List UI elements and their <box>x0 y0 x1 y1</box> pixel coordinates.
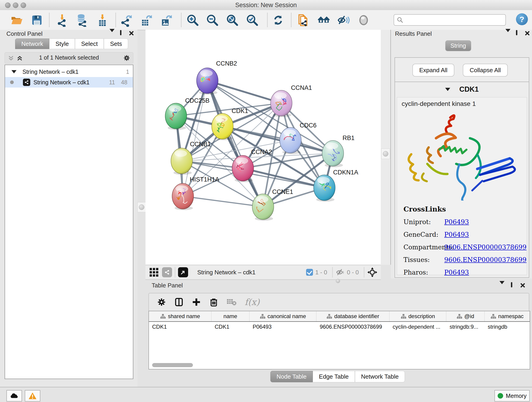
node-CCNE1[interactable]: CCNE1 <box>252 188 293 221</box>
crosslink-link[interactable]: 9606.ENSP00000378699 <box>444 256 526 264</box>
control-panel-float-button[interactable] <box>109 32 114 36</box>
zoom-fit-button[interactable] <box>225 13 239 27</box>
shared-column-icon <box>401 314 406 319</box>
refresh-button[interactable] <box>271 13 285 27</box>
table-panel-maximize-button[interactable] <box>511 283 512 287</box>
tab-select[interactable]: Select <box>75 38 104 49</box>
show-columns-icon[interactable] <box>174 297 184 307</box>
control-panel-maximize-button[interactable] <box>120 31 121 35</box>
tab-style[interactable]: Style <box>49 38 75 49</box>
crosslink-row: Pharos:P06493 <box>404 269 526 276</box>
results-panel-float-button[interactable] <box>505 32 510 36</box>
tab-node-table[interactable]: Node Table <box>270 371 313 382</box>
table-cell[interactable]: cyclin-dependent ... <box>389 324 446 330</box>
import-table-from-file-button[interactable] <box>95 13 109 27</box>
edge-HIST1H1A-CCNE1[interactable] <box>183 196 263 207</box>
open-session-button[interactable] <box>10 13 24 27</box>
search-input[interactable] <box>394 14 506 26</box>
crosslink-link[interactable]: P06493 <box>444 231 469 238</box>
show-all-button[interactable] <box>356 13 371 27</box>
tab-string[interactable]: String <box>445 40 471 51</box>
zoom-in-button[interactable] <box>186 13 200 27</box>
panel-splitter-handle[interactable] <box>381 148 390 159</box>
zoom-selected-button[interactable] <box>245 13 259 27</box>
zoom-out-button[interactable] <box>205 13 220 27</box>
node-CDKN1A[interactable]: CDKN1A <box>314 169 358 202</box>
column-header-canonical-name[interactable]: canonical name <box>249 311 317 321</box>
import-network-from-database-button[interactable] <box>75 13 89 27</box>
shared-column-icon <box>326 314 332 319</box>
panel-splitter-handle[interactable] <box>138 202 146 212</box>
node-RB1[interactable]: RB1 <box>322 134 355 167</box>
edge-CDK1-RB1[interactable] <box>222 126 333 153</box>
string-network-icon <box>23 79 30 86</box>
warnings-button[interactable] <box>25 390 40 402</box>
cloud-button[interactable] <box>6 390 22 402</box>
column-header-name[interactable]: name <box>211 311 249 321</box>
table-cell[interactable]: stringdb <box>485 324 530 330</box>
table-panel-float-button[interactable] <box>500 284 505 288</box>
crosslink-link[interactable]: P06493 <box>444 218 469 226</box>
network-row[interactable]: String Network – cdk1 11 48 <box>5 77 133 88</box>
grid-view-icon[interactable] <box>150 268 158 277</box>
column-header-database-identifier[interactable]: database identifier <box>317 311 389 321</box>
column-header-shared-name[interactable]: shared name <box>149 311 211 321</box>
selected-nodes-checkbox[interactable] <box>306 269 313 276</box>
hide-selected-button[interactable] <box>336 13 351 27</box>
table-cell[interactable]: stringdb:9... <box>446 324 485 330</box>
gene-header[interactable]: CDK1 <box>395 85 529 94</box>
gear-icon[interactable] <box>123 54 130 62</box>
export-network-button[interactable] <box>119 13 133 27</box>
network-view-toolbar: String Network – cdk1 1 - 0 0 - 0 <box>146 265 381 280</box>
network-collection-row[interactable]: String Network – cdk1 1 <box>5 66 133 77</box>
zoom-selected-icon <box>246 14 259 27</box>
gene-description: cyclin-dependent kinase 1 <box>402 100 476 108</box>
network-overview-icon[interactable] <box>162 267 172 277</box>
network-view-canvas[interactable]: CCNB2CCNA1CDC25BCDK1CDC6RB1CCNB1CCNA2CDK… <box>146 30 381 265</box>
import-network-from-file-button[interactable] <box>55 13 69 27</box>
table-cell[interactable]: CDK1 <box>149 324 211 330</box>
collapse-all-button[interactable]: Collapse All <box>463 64 508 77</box>
crosslink-link[interactable]: 9606.ENSP00000378699 <box>444 243 526 251</box>
tab-network-table[interactable]: Network Table <box>355 371 405 382</box>
tree-expand-icon[interactable] <box>12 70 17 73</box>
network-results-splitter[interactable] <box>381 30 391 265</box>
expand-all-button[interactable]: Expand All <box>412 64 454 77</box>
first-neighbors-button[interactable] <box>317 13 331 27</box>
column-header-namespac[interactable]: namespac <box>485 311 530 321</box>
table-horizontal-scrollbar[interactable] <box>152 363 193 367</box>
help-button[interactable]: ? <box>516 13 528 25</box>
crosslink-link[interactable]: P06493 <box>444 269 469 276</box>
table-row[interactable]: CDK1CDK1P064939606.ENSP00000378699cyclin… <box>149 322 530 332</box>
edge-CCNB2-CCNE1[interactable] <box>207 81 263 207</box>
table-cell[interactable]: CDK1 <box>211 324 249 330</box>
collapse-gene-icon[interactable] <box>445 88 450 91</box>
memory-button[interactable]: Memory <box>494 390 530 402</box>
export-table-button[interactable] <box>139 13 153 27</box>
table-cell[interactable]: P06493 <box>249 324 317 330</box>
tab-sets[interactable]: Sets <box>104 38 128 49</box>
table-cell[interactable]: 9606.ENSP00000378699 <box>317 324 389 330</box>
crosslink-row: GeneCard:P06493 <box>404 231 526 238</box>
save-session-button[interactable] <box>30 13 44 27</box>
results-panel: Results Panel String Expand All Collapse… <box>391 30 532 279</box>
table-type-tabs: Node TableEdge TableNetwork Table <box>270 371 405 382</box>
table-settings-gear-icon[interactable] <box>157 297 166 307</box>
detach-view-icon[interactable] <box>178 267 188 277</box>
add-column-icon[interactable] <box>191 297 201 307</box>
refresh-icon <box>272 14 284 26</box>
column-header-description[interactable]: description <box>389 311 446 321</box>
node-CCNB2[interactable]: CCNB2 <box>196 60 237 95</box>
birds-eye-view-icon[interactable] <box>367 267 378 278</box>
tab-network[interactable]: Network <box>15 38 49 49</box>
results-panel-maximize-button[interactable] <box>516 31 517 35</box>
edge-CCNB2-CCNA1[interactable] <box>207 81 281 103</box>
tab-edge-table[interactable]: Edge Table <box>313 371 355 382</box>
node-HIST1H1A[interactable]: HIST1H1A <box>172 176 219 210</box>
node-table[interactable]: shared namenamecanonical namedatabase id… <box>148 311 530 370</box>
delete-column-icon[interactable] <box>209 297 219 307</box>
export-image-button[interactable] <box>159 13 173 27</box>
new-network-from-selection-button[interactable] <box>296 13 310 27</box>
column-header--id[interactable]: @id <box>446 311 485 321</box>
node-CDC6[interactable]: CDC6 <box>280 122 317 154</box>
